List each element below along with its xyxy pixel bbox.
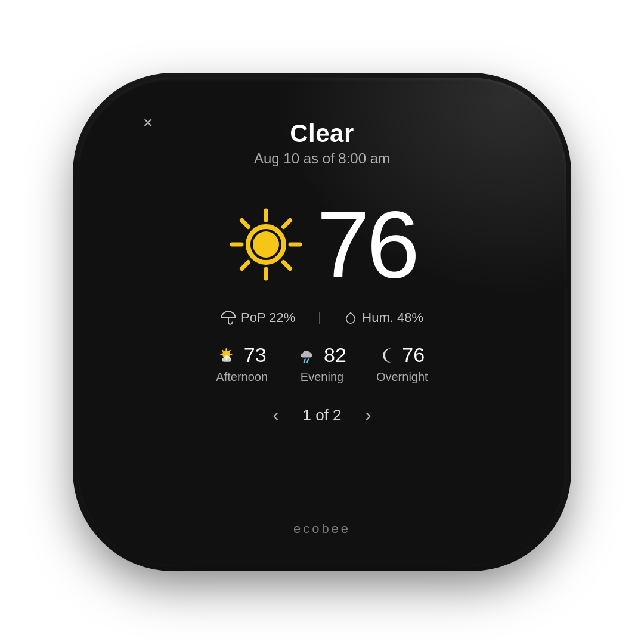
ecobee-device: × Clear Aug 10 as of 8:00 am [78,78,566,566]
pop-stat: PoP 22% [221,310,295,326]
current-temperature: 76 [317,197,417,292]
weather-date: Aug 10 as of 8:00 am [254,150,390,167]
svg-line-19 [307,359,308,362]
forecast-row: 73 Afternoon 82 Evening [216,343,428,384]
overnight-temp: 76 [402,343,425,367]
svg-line-4 [242,221,249,227]
afternoon-temp: 73 [244,343,267,367]
weather-condition: Clear [254,119,390,148]
forecast-evening: 82 Evening [298,343,346,384]
weather-header: Clear Aug 10 as of 8:00 am [254,119,390,167]
device-screen: × Clear Aug 10 as of 8:00 am [78,78,566,566]
pagination: ‹ 1 of 2 › [267,402,377,428]
svg-line-5 [284,262,290,269]
partly-cloudy-icon [218,346,239,364]
forecast-afternoon: 73 Afternoon [216,343,268,384]
svg-point-9 [253,231,279,258]
overnight-label: Overnight [376,370,428,384]
evening-label: Evening [301,370,343,384]
humidity-stat: Hum. 48% [344,310,423,326]
brand-logo: ecobee [293,521,351,537]
svg-line-15 [222,350,224,351]
cloud-rain-icon [298,345,319,366]
svg-line-7 [242,262,249,269]
svg-line-17 [229,350,230,351]
prev-page-button[interactable]: ‹ [267,402,284,428]
close-button[interactable]: × [143,114,153,131]
stats-row: PoP 22% Hum. 48% [221,310,423,326]
stat-divider [319,312,320,324]
evening-temp: 82 [324,343,346,367]
svg-line-18 [304,359,305,362]
page-indicator: 1 of 2 [302,406,341,425]
moon-icon [379,345,397,366]
forecast-overnight: 76 Overnight [376,343,428,384]
main-weather-display: 76 [227,197,417,292]
next-page-button[interactable]: › [360,402,377,428]
sun-icon [227,206,305,283]
afternoon-label: Afternoon [216,370,268,384]
droplet-icon [344,310,357,326]
svg-line-6 [284,221,290,227]
umbrella-icon [221,310,236,326]
